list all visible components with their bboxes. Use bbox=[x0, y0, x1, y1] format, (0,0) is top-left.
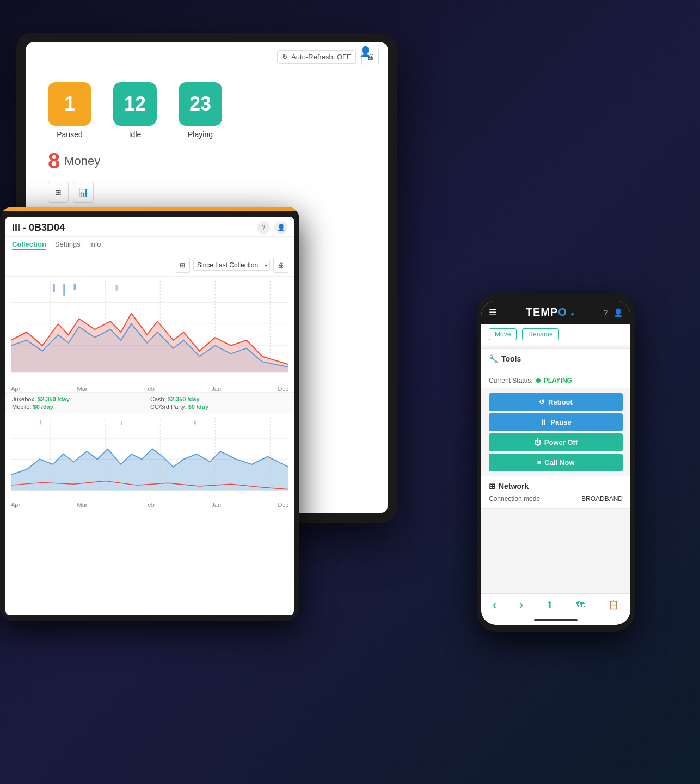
status-row: Current Status: PLAYING bbox=[481, 373, 630, 388]
idle-count: 12 bbox=[124, 93, 146, 115]
print-detail-button[interactable]: 🖨 bbox=[273, 258, 288, 273]
svg-rect-5 bbox=[63, 284, 65, 296]
forward-button[interactable]: › bbox=[519, 598, 523, 611]
svg-rect-17 bbox=[121, 422, 122, 425]
phone: ☰ TEMPO ● ? 👤 Move Rename 🔧 Tools bbox=[477, 294, 635, 632]
chart1-label-feb: Feb bbox=[144, 385, 155, 392]
power-off-button[interactable]: ⏻ Power Off bbox=[489, 433, 623, 451]
refresh-icon: ↻ bbox=[282, 53, 288, 61]
cash-label: Cash: bbox=[150, 396, 166, 402]
detail-header-icons: ? 👤 bbox=[257, 221, 287, 234]
since-select-wrapper: Since Last Collection Today This Week Th… bbox=[193, 260, 270, 271]
chart2-label-dec: Dec bbox=[278, 501, 288, 508]
call-now-button[interactable]: ≡ Call Now bbox=[489, 454, 623, 471]
detail-tabs: Collection Settings Info bbox=[5, 237, 294, 254]
network-section: ⊞ Network Connection mode BROADBAND bbox=[481, 476, 630, 509]
view-toggle-row: ⊞ 📊 bbox=[26, 182, 388, 208]
reboot-button[interactable]: ↺ Reboot bbox=[489, 393, 623, 411]
chart2-label-apr: Apr bbox=[11, 501, 20, 508]
map-button[interactable]: 🗺 bbox=[576, 600, 585, 610]
cc-label: CC/3rd Party: bbox=[150, 403, 187, 410]
logo-dot-icon: ● bbox=[570, 311, 574, 317]
chart1-label-jan: Jan bbox=[211, 385, 221, 392]
chart1-label-apr: Apr bbox=[11, 385, 20, 392]
reboot-icon: ↺ bbox=[539, 398, 545, 406]
auto-refresh-label: Auto-Refresh: OFF bbox=[291, 53, 351, 61]
chart-icon: 📊 bbox=[79, 188, 88, 197]
jukebox-label: Jukebox: bbox=[12, 396, 36, 402]
status-card-paused[interactable]: 1 Paused bbox=[48, 82, 91, 139]
hamburger-icon[interactable]: ☰ bbox=[489, 307, 496, 317]
pause-icon: ⏸ bbox=[540, 418, 547, 426]
wrench-icon: 🔧 bbox=[489, 354, 498, 363]
detail-title: ill - 0B3D04 bbox=[12, 222, 65, 234]
tablet-detail-screen: ill - 0B3D04 ? 👤 Collection Settings Inf… bbox=[5, 217, 294, 615]
cc-value: $0 /day bbox=[188, 403, 208, 410]
chart1-svg bbox=[11, 281, 288, 383]
playing-badge: 23 bbox=[179, 82, 222, 126]
paused-label: Paused bbox=[57, 130, 82, 139]
rename-button[interactable]: Rename bbox=[522, 328, 558, 340]
chart1-label-mar: Mar bbox=[77, 385, 88, 392]
table-view-button[interactable]: ⊞ bbox=[48, 182, 69, 203]
paused-badge: 1 bbox=[48, 82, 91, 126]
cash-stat: Cash: $2,350 /day bbox=[150, 396, 287, 402]
connection-mode-value: BROADBAND bbox=[581, 495, 623, 503]
money-label: Money bbox=[64, 154, 100, 168]
chart2-svg bbox=[11, 418, 288, 498]
back-button[interactable]: ‹ bbox=[493, 598, 496, 611]
phone-header: ☰ TEMPO ● ? 👤 bbox=[481, 301, 630, 324]
chart2-label-jan: Jan bbox=[211, 501, 221, 508]
status-cards-container: 1 Paused 12 Idle 23 Playing bbox=[26, 71, 388, 144]
chart1-label-dec: Dec bbox=[278, 385, 288, 392]
since-select[interactable]: Since Last Collection Today This Week Th… bbox=[193, 260, 270, 271]
status-card-idle[interactable]: 12 Idle bbox=[113, 82, 157, 139]
pause-button[interactable]: ⏸ Pause bbox=[489, 413, 623, 431]
status-value: PLAYING bbox=[544, 377, 572, 384]
tab-settings[interactable]: Settings bbox=[55, 240, 81, 250]
tablet-detail: ill - 0B3D04 ? 👤 Collection Settings Inf… bbox=[0, 207, 299, 621]
share-button[interactable]: ⬆ bbox=[546, 599, 553, 610]
grid-view-button[interactable]: ⊞ bbox=[175, 258, 190, 273]
logo-accent: O bbox=[558, 306, 567, 318]
idle-badge: 12 bbox=[113, 82, 157, 126]
cc-stat: CC/3rd Party: $0 /day bbox=[150, 403, 287, 410]
detail-title-bar: ill - 0B3D04 ? 👤 bbox=[5, 217, 294, 237]
phone-logo: TEMPO ● bbox=[526, 306, 575, 318]
chart2-label-mar: Mar bbox=[77, 501, 88, 508]
stats-row: Jukebox: $2,350 /day Cash: $2,350 /day M… bbox=[5, 392, 294, 413]
copy-button[interactable]: 📋 bbox=[608, 599, 619, 610]
paused-count: 1 bbox=[64, 93, 75, 115]
chart2-x-labels: Apr Mar Feb Jan Dec bbox=[5, 501, 294, 508]
user-icon-detail[interactable]: 👤 bbox=[274, 221, 287, 234]
tablet-header: ↻ Auto-Refresh: OFF 🖨 bbox=[26, 42, 388, 71]
phone-user-icon[interactable]: 👤 bbox=[613, 308, 623, 317]
money-section: 8 Money bbox=[26, 144, 388, 182]
chart2-label-feb: Feb bbox=[144, 501, 155, 508]
chart2-area bbox=[5, 413, 294, 500]
jukebox-value: $2,350 /day bbox=[38, 396, 70, 402]
tab-collection[interactable]: Collection bbox=[12, 240, 46, 250]
svg-rect-16 bbox=[40, 420, 41, 425]
phone-screen: ☰ TEMPO ● ? 👤 Move Rename 🔧 Tools bbox=[481, 301, 630, 625]
detail-toolbar: ⊞ Since Last Collection Today This Week … bbox=[5, 254, 294, 277]
phone-content: Move Rename 🔧 Tools Current Status: PLAY… bbox=[481, 324, 630, 593]
status-label: Current Status: bbox=[489, 377, 533, 384]
user-icon[interactable]: 👤 bbox=[359, 46, 371, 58]
svg-rect-4 bbox=[53, 284, 55, 292]
svg-rect-18 bbox=[194, 421, 196, 425]
phone-help-icon[interactable]: ? bbox=[604, 308, 608, 317]
svg-rect-6 bbox=[73, 284, 76, 290]
phone-home-bar bbox=[481, 615, 630, 625]
playing-count: 23 bbox=[189, 93, 211, 115]
tab-info[interactable]: Info bbox=[89, 240, 101, 250]
help-icon[interactable]: ? bbox=[257, 221, 270, 234]
chart-view-button[interactable]: 📊 bbox=[73, 182, 94, 203]
auto-refresh-button[interactable]: ↻ Auto-Refresh: OFF bbox=[277, 50, 356, 64]
chart1-area bbox=[5, 277, 294, 385]
status-card-playing[interactable]: 23 Playing bbox=[179, 82, 222, 139]
move-button[interactable]: Move bbox=[489, 328, 517, 340]
chart1-x-labels: Apr Mar Feb Jan Dec bbox=[5, 385, 294, 392]
idle-label: Idle bbox=[129, 130, 142, 139]
call-icon: ≡ bbox=[537, 458, 542, 467]
